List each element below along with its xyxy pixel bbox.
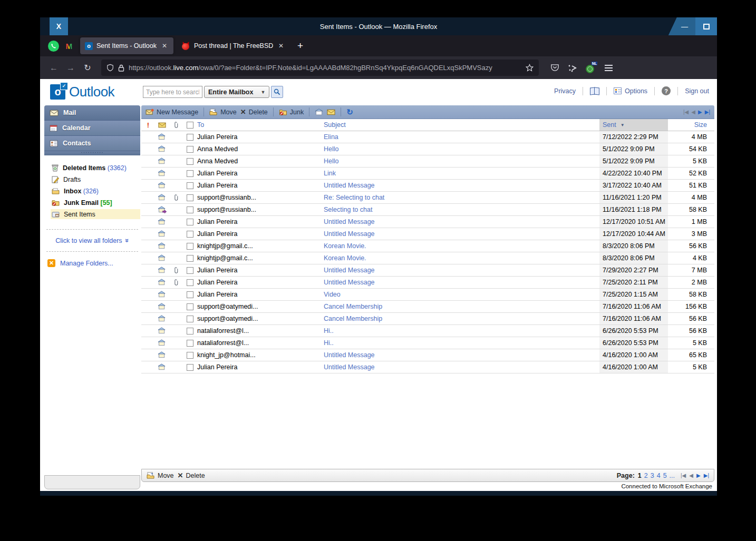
row-subject[interactable]: Untitled Message xyxy=(324,218,599,225)
privacy-link[interactable]: Privacy xyxy=(554,87,576,95)
row-checkbox[interactable] xyxy=(187,328,193,335)
row-checkbox[interactable] xyxy=(187,279,193,286)
page-first-button[interactable]: |◀ xyxy=(683,110,689,115)
row-checkbox[interactable] xyxy=(187,303,193,310)
nav-contacts[interactable]: Contacts xyxy=(44,136,140,151)
reload-button[interactable]: ↻ xyxy=(80,63,95,73)
table-row[interactable]: Julian Pereira Untitled Message 7/25/202… xyxy=(141,277,714,289)
row-subject[interactable]: Untitled Message xyxy=(324,182,599,189)
row-subject[interactable]: Untitled Message xyxy=(324,267,599,274)
table-row[interactable]: support@oatymedi... Cancel Membership 7/… xyxy=(141,301,714,313)
row-checkbox[interactable] xyxy=(187,219,193,225)
table-row[interactable]: support@oatymedi... Cancel Membership 7/… xyxy=(141,313,714,325)
table-row[interactable]: Julian Pereira Untitled Message 4/16/202… xyxy=(141,361,714,373)
table-row[interactable]: Julian Pereira Untitled Message 12/17/20… xyxy=(141,216,714,228)
row-subject[interactable]: Untitled Message xyxy=(324,351,599,359)
folder-sent-items[interactable]: Sent Items xyxy=(51,209,140,219)
table-row[interactable]: knightjp@gmail.c... Korean Movie. 8/3/20… xyxy=(141,252,714,264)
view-all-folders-link[interactable]: Click to view all folders » xyxy=(44,230,140,251)
row-checkbox[interactable] xyxy=(187,158,193,165)
folder-drafts[interactable]: Drafts xyxy=(51,174,140,184)
table-row[interactable]: Anna Medved Hello 5/1/2022 9:09 PM 54 KB xyxy=(141,143,714,155)
row-subject[interactable]: Elina xyxy=(324,133,599,141)
row-subject[interactable]: Cancel Membership xyxy=(324,315,599,322)
row-subject[interactable]: Hi.. xyxy=(324,327,599,335)
tab-close-icon[interactable]: ✕ xyxy=(160,42,169,50)
footer-delete-button[interactable]: ✕ Delete xyxy=(178,471,205,479)
page-number-link[interactable]: 3 xyxy=(651,472,654,479)
column-sent[interactable]: Sent▼ xyxy=(599,119,668,131)
page-number-link[interactable]: 5 xyxy=(663,472,667,479)
table-row[interactable]: Julian Pereira Untitled Message 3/17/202… xyxy=(141,180,714,192)
column-subject[interactable]: Subject xyxy=(324,121,599,129)
message-type-column-icon[interactable] xyxy=(158,122,166,128)
table-row[interactable]: Julian Pereira Elina 7/12/2022 2:29 PM 4… xyxy=(141,131,714,143)
footer-move-button[interactable]: Move xyxy=(147,472,174,479)
mark-unread-button[interactable] xyxy=(327,109,335,115)
page-number-link[interactable]: 2 xyxy=(644,472,648,479)
window-close-button[interactable]: X xyxy=(50,17,68,35)
nav-splitter-handle[interactable]: ·········· xyxy=(44,151,140,155)
mark-read-button[interactable] xyxy=(315,109,323,115)
window-maximize-button[interactable] xyxy=(695,17,717,35)
table-row[interactable]: knight_jp@hotmai... Untitled Message 4/1… xyxy=(141,349,714,361)
url-bar[interactable]: https://outlook.live.com/owa/0/?ae=Folde… xyxy=(101,60,539,76)
row-checkbox[interactable] xyxy=(187,267,193,274)
table-row[interactable]: knightjp@gmail.c... Korean Movie. 8/3/20… xyxy=(141,240,714,252)
delete-button[interactable]: ✕ Delete xyxy=(240,108,268,116)
sign-out-link[interactable]: Sign out xyxy=(685,87,709,95)
vpn-location-icon[interactable]: NL xyxy=(586,63,596,73)
row-subject[interactable]: Re: Selecting to chat xyxy=(324,194,599,201)
row-checkbox[interactable] xyxy=(187,364,193,371)
page-last-button[interactable]: ▶| xyxy=(704,473,709,478)
page-next-button[interactable]: ▶ xyxy=(696,473,701,478)
search-input[interactable] xyxy=(143,86,202,98)
table-row[interactable]: Julian Pereira Untitled Message 7/29/202… xyxy=(141,264,714,277)
extension-icon[interactable] xyxy=(568,64,577,72)
column-size[interactable]: Size xyxy=(668,121,714,129)
page-next-button[interactable]: ▶ xyxy=(698,110,702,115)
row-checkbox[interactable] xyxy=(187,352,193,359)
attachment-column-icon[interactable] xyxy=(173,121,178,129)
tab-close-icon[interactable]: ✕ xyxy=(277,42,285,50)
row-subject[interactable]: Video xyxy=(324,291,599,298)
manage-folders-link[interactable]: ✕ Manage Folders... xyxy=(44,252,140,267)
new-tab-button[interactable]: + xyxy=(297,40,303,52)
row-subject[interactable]: Selecting to chat xyxy=(324,206,599,213)
whatsapp-pinned-tab[interactable] xyxy=(45,35,61,56)
gmail-pinned-tab[interactable]: M xyxy=(61,35,77,56)
row-checkbox[interactable] xyxy=(187,291,193,298)
row-checkbox[interactable] xyxy=(187,170,193,177)
tab-freebsd-forum[interactable]: Post thread | The FreeBSD F ✕ xyxy=(177,37,290,54)
move-button[interactable]: Move xyxy=(209,109,237,116)
importance-column-icon[interactable]: ! xyxy=(147,121,149,129)
forward-button[interactable]: → xyxy=(63,63,78,73)
table-row[interactable]: Julian Pereira Untitled Message 12/17/20… xyxy=(141,228,714,240)
junk-button[interactable]: Junk xyxy=(279,109,304,116)
tracking-shield-icon[interactable] xyxy=(106,64,114,72)
row-checkbox[interactable] xyxy=(187,182,193,189)
window-minimize-button[interactable]: — xyxy=(668,17,695,35)
row-subject[interactable]: Untitled Message xyxy=(324,230,599,238)
row-subject[interactable]: Cancel Membership xyxy=(324,303,599,310)
search-button[interactable] xyxy=(271,86,283,98)
pocket-icon[interactable] xyxy=(550,63,559,72)
row-subject[interactable]: Hello xyxy=(324,158,599,165)
page-prev-button[interactable]: ◀ xyxy=(691,110,695,115)
row-subject[interactable]: Untitled Message xyxy=(324,279,599,286)
row-checkbox[interactable] xyxy=(187,194,193,201)
row-subject[interactable]: Korean Movie. xyxy=(324,242,599,250)
nav-mail[interactable]: Mail xyxy=(44,105,140,121)
address-book-icon[interactable] xyxy=(590,87,599,94)
row-checkbox[interactable] xyxy=(187,134,193,141)
table-row[interactable]: Julian Pereira Video 7/25/2020 1:15 AM 5… xyxy=(141,289,714,301)
row-checkbox[interactable] xyxy=(187,340,193,347)
page-first-button[interactable]: |◀ xyxy=(681,473,686,478)
table-row[interactable]: Julian Pereira Link 4/22/2022 10:40 PM 5… xyxy=(141,168,714,180)
table-row[interactable]: support@russianb... Selecting to chat 11… xyxy=(141,204,714,216)
bookmark-star-icon[interactable] xyxy=(526,64,534,72)
page-last-button[interactable]: ▶| xyxy=(705,110,710,115)
row-checkbox[interactable] xyxy=(187,316,193,322)
table-row[interactable]: support@russianb... Re: Selecting to cha… xyxy=(141,192,714,204)
refresh-button[interactable]: ↻ xyxy=(346,107,353,117)
